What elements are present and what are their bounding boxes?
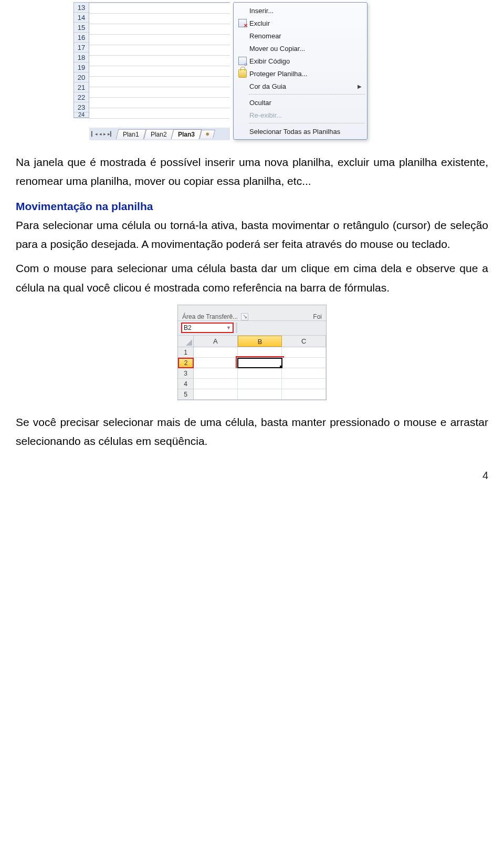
menu-move-copy[interactable]: Mover ou Copiar...	[234, 42, 367, 55]
menu-separator	[249, 123, 365, 123]
name-box[interactable]: B2 ▼	[181, 323, 234, 333]
prev-tab-icon[interactable]: ◂	[99, 131, 102, 137]
menu-insert[interactable]: Inserir...	[234, 4, 367, 17]
menu-unhide: Re-exibir...	[234, 109, 367, 121]
new-sheet-icon: ✸	[205, 131, 209, 137]
menu-tab-color[interactable]: Cor da Guia ▶	[234, 80, 367, 92]
paragraph-click-cell: Com o mouse para selecionar uma célula b…	[16, 259, 488, 297]
last-tab-icon[interactable]: ▸▎	[107, 131, 114, 137]
first-tab-icon[interactable]: ▎◂	[91, 131, 98, 137]
sheet-tab-bar: ▎◂ ◂ ▸ ▸▎ Plan1 Plan2 Plan3 ✸	[89, 128, 230, 140]
new-sheet-tab[interactable]: ✸	[200, 130, 215, 138]
row-header-3[interactable]: 3	[178, 368, 194, 379]
menu-protect-sheet[interactable]: Proteger Planilha...	[234, 67, 367, 80]
row-header: 21	[74, 82, 89, 92]
paragraph-context-menu-explain: Na janela que é mostrada é possível inse…	[16, 153, 488, 191]
cell-A2[interactable]	[194, 358, 237, 368]
row-header-1[interactable]: 1	[178, 347, 194, 358]
paragraph-selection-basics: Para selecionar uma célula ou torná-la a…	[16, 216, 488, 254]
grid-row: 3	[178, 368, 326, 379]
name-box-dropdown-icon[interactable]: ▼	[226, 325, 231, 330]
ribbon-group-label: Área de Transferê...	[182, 313, 238, 320]
grid-row: 5	[178, 389, 326, 400]
row-header: 22	[74, 92, 89, 102]
cell-A5[interactable]	[194, 389, 238, 400]
cell-C5[interactable]	[282, 389, 326, 400]
cell-C4[interactable]	[282, 379, 326, 389]
sheet-tab-plan2[interactable]: Plan2	[143, 129, 173, 139]
select-all-corner[interactable]	[178, 336, 194, 347]
lock-icon	[238, 69, 247, 78]
column-header-row: A B C	[178, 336, 326, 347]
formula-bar-row: B2 ▼	[178, 321, 326, 336]
next-tab-icon[interactable]: ▸	[103, 131, 107, 137]
cell-B4[interactable]	[238, 379, 282, 389]
row-header-column: 13 14 15 16 17 18 19 20 21 22 23 24	[74, 2, 89, 118]
col-header-A[interactable]: A	[194, 336, 238, 347]
cell-A1[interactable]	[194, 347, 238, 358]
formula-bar-divider	[236, 323, 237, 333]
view-code-icon	[238, 57, 247, 65]
row-header: 13	[74, 3, 89, 13]
heading-movimentacao: Movimentação na planilha	[16, 200, 488, 213]
row-header-5[interactable]: 5	[178, 389, 194, 400]
delete-sheet-icon	[238, 19, 247, 27]
cell-C1[interactable]	[282, 347, 326, 358]
row-header: 16	[74, 33, 89, 43]
row-header: 18	[74, 53, 89, 63]
row-header: 14	[74, 13, 89, 23]
paragraph-drag-select: Se você precisar selecionar mais de uma …	[16, 413, 488, 451]
menu-hide[interactable]: Ocultar	[234, 96, 367, 109]
sheet-tab-plan1[interactable]: Plan1	[116, 129, 146, 139]
menu-view-code[interactable]: Exibir Código	[234, 55, 367, 67]
cell-A3[interactable]	[194, 368, 238, 379]
menu-select-all-sheets[interactable]: Selecionar Todas as Planilhas	[234, 125, 367, 138]
row-header: 24	[74, 112, 89, 118]
col-header-B[interactable]: B	[238, 336, 282, 347]
menu-rename[interactable]: Renomear	[234, 29, 367, 42]
cell-grid	[89, 2, 230, 128]
row-header: 17	[74, 43, 89, 53]
row-header: 19	[74, 63, 89, 72]
page-number: 4	[16, 470, 488, 482]
cell-A4[interactable]	[194, 379, 238, 389]
cell-B2[interactable]	[237, 358, 282, 368]
ribbon-right-label: Foi	[313, 313, 322, 320]
cell-B3[interactable]	[238, 368, 282, 379]
row-header-2[interactable]: 2	[178, 358, 194, 368]
row-header: 20	[74, 72, 89, 82]
grid-row: 1	[178, 347, 326, 358]
grid-row: 4	[178, 379, 326, 389]
cell-C2[interactable]	[282, 358, 326, 368]
cell-C3[interactable]	[282, 368, 326, 379]
cell-B1[interactable]	[238, 347, 282, 358]
sheet-context-menu: Inserir... Excluir Renomear Mover ou Cop…	[233, 2, 368, 140]
grid-row: 2	[178, 358, 326, 368]
menu-delete[interactable]: Excluir	[234, 17, 367, 29]
ribbon-group-row: Área de Transferê... ↘ Foi	[178, 305, 326, 321]
sheet-tab-plan3[interactable]: Plan3	[171, 129, 202, 139]
cell-B5[interactable]	[238, 389, 282, 400]
menu-separator	[249, 94, 365, 95]
name-box-value: B2	[184, 324, 192, 331]
tab-nav-buttons[interactable]: ▎◂ ◂ ▸ ▸▎	[89, 131, 116, 137]
row-header-4[interactable]: 4	[178, 379, 194, 389]
row-header: 15	[74, 23, 89, 33]
col-header-C[interactable]: C	[282, 336, 326, 347]
excel-namebox-screenshot: Área de Transferê... ↘ Foi B2 ▼ A B C 1 …	[177, 305, 327, 400]
cells-and-tabs: ▎◂ ◂ ▸ ▸▎ Plan1 Plan2 Plan3 ✸	[89, 2, 230, 140]
excel-sheet-tabs-screenshot: 13 14 15 16 17 18 19 20 21 22 23 24 ▎◂ ◂…	[74, 2, 488, 140]
submenu-arrow-icon: ▶	[358, 84, 362, 89]
dialog-launcher-icon[interactable]: ↘	[241, 313, 248, 320]
